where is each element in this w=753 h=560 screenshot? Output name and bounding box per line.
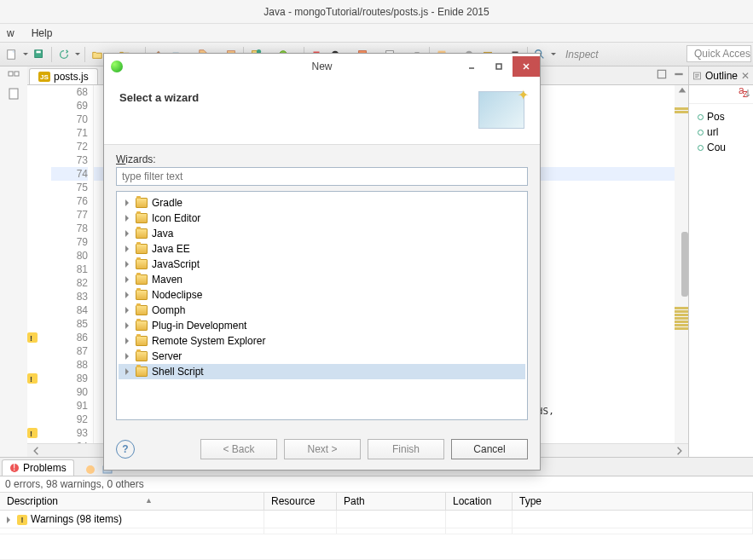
- problems-row-warnings[interactable]: !Warnings (98 items): [0, 511, 753, 528]
- svg-rect-23: [675, 73, 682, 75]
- svg-rect-31: [496, 64, 501, 69]
- refresh-icon[interactable]: [55, 46, 72, 63]
- prev-tab-icon[interactable]: [84, 464, 96, 476]
- folder-icon: [136, 367, 148, 377]
- wizard-tree-item[interactable]: Remote System Explorer: [119, 333, 525, 349]
- folder-icon: [136, 305, 148, 315]
- outline-title: Outline: [705, 70, 738, 82]
- col-resource[interactable]: Resource: [264, 493, 337, 510]
- maximize-view-icon[interactable]: [673, 68, 685, 80]
- dialog-close-button[interactable]: [513, 56, 540, 77]
- wizard-tree-item[interactable]: Java EE: [119, 241, 525, 257]
- dialog-footer: ? < Back Next > Finish Cancel: [104, 429, 540, 470]
- new-dropdown[interactable]: [22, 47, 29, 62]
- wizard-tree-item[interactable]: Nodeclipse: [119, 287, 525, 303]
- svg-text:z: z: [743, 88, 748, 99]
- col-description[interactable]: Description▲: [0, 493, 264, 510]
- outline-item[interactable]: Pos: [692, 109, 750, 124]
- menu-bar: w Help: [0, 24, 753, 43]
- outline-header: Outline ✕: [689, 66, 753, 85]
- package-explorer-icon[interactable]: [7, 70, 20, 84]
- overview-ruler[interactable]: [675, 85, 688, 443]
- wizard-tree-item[interactable]: Maven: [119, 272, 525, 287]
- wizard-tree-item[interactable]: Java: [119, 226, 525, 241]
- new-wizard-dialog: New Select a wizard Wizards: GradleIcon …: [103, 53, 541, 471]
- expand-icon[interactable]: [7, 517, 14, 523]
- problems-summary: 0 errors, 98 warnings, 0 others: [0, 476, 753, 492]
- editor-tab-posts[interactable]: JS posts.js: [29, 68, 98, 84]
- col-path[interactable]: Path: [337, 493, 446, 510]
- wizard-filter-input[interactable]: [116, 167, 528, 186]
- cancel-button[interactable]: Cancel: [451, 439, 528, 459]
- dialog-minimize-button[interactable]: [458, 56, 485, 77]
- finish-button[interactable]: Finish: [368, 439, 444, 459]
- next-button[interactable]: Next >: [284, 439, 361, 459]
- folder-icon: [136, 213, 148, 223]
- outline-panel: Outline ✕ az Pos url Cou: [688, 66, 753, 457]
- folder-icon: [136, 290, 148, 300]
- col-location[interactable]: Location: [446, 493, 513, 510]
- help-button[interactable]: ?: [116, 440, 135, 459]
- wizard-tree-item[interactable]: Shell Script: [119, 364, 525, 379]
- sort-az-icon[interactable]: az: [738, 87, 750, 101]
- editor-tab-label: posts.js: [54, 71, 89, 83]
- method-icon: [698, 114, 704, 120]
- wizard-tree-item[interactable]: Icon Editor: [119, 211, 525, 226]
- folder-icon: [136, 259, 148, 269]
- dialog-header: Select a wizard: [104, 79, 540, 145]
- js-file-icon: JS: [38, 72, 50, 82]
- back-button[interactable]: < Back: [200, 439, 277, 459]
- outline-item[interactable]: Cou: [692, 140, 750, 155]
- wizard-tree-item[interactable]: Gradle: [119, 195, 525, 211]
- wizard-tree-item[interactable]: Server: [119, 349, 525, 364]
- col-type[interactable]: Type: [513, 493, 753, 510]
- problems-table-header: Description▲ Resource Path Location Type: [0, 492, 753, 511]
- problems-panel: ! Problems 0 errors, 98 warnings, 0 othe…: [0, 457, 753, 559]
- wizard-tree-item[interactable]: Oomph: [119, 303, 525, 318]
- refresh-dropdown[interactable]: [74, 47, 81, 62]
- outline-body: Pos url Cou: [689, 104, 753, 160]
- outline-tools: az: [689, 85, 753, 104]
- left-gutter: [0, 66, 27, 457]
- method-icon: [698, 145, 704, 151]
- dialog-title-bar[interactable]: New: [104, 54, 540, 79]
- dialog-app-icon: [111, 61, 123, 72]
- wizard-tree-item[interactable]: Plug-in Development: [119, 318, 525, 333]
- problems-table: Description▲ Resource Path Location Type…: [0, 492, 753, 559]
- wizard-tree[interactable]: GradleIcon EditorJavaJava EEJavaScriptMa…: [116, 191, 528, 420]
- wizards-label: Wizards:: [116, 153, 528, 165]
- folder-icon: [136, 320, 148, 331]
- folder-icon: [136, 336, 148, 346]
- svg-rect-19: [9, 72, 13, 76]
- problems-tab[interactable]: ! Problems: [2, 459, 74, 476]
- dialog-header-title: Select a wizard: [119, 91, 199, 129]
- scroll-right-icon[interactable]: [673, 445, 685, 457]
- outline-close-x[interactable]: ✕: [741, 70, 750, 82]
- menu-item-w[interactable]: w: [3, 26, 18, 41]
- folder-icon: [136, 198, 148, 208]
- method-icon: [698, 130, 704, 136]
- navigator-icon[interactable]: [7, 87, 20, 101]
- window-title-bar: Java - mongoTutorial/routes/posts.js - E…: [0, 0, 753, 24]
- scroll-thumb[interactable]: [681, 232, 688, 297]
- problems-tab-label: Problems: [23, 462, 67, 474]
- line-number-ruler: 6869707172737475767778798081828384858687…: [51, 85, 94, 443]
- scroll-left-icon[interactable]: [31, 445, 43, 457]
- search-dropdown[interactable]: [550, 47, 557, 62]
- svg-rect-2: [37, 50, 41, 53]
- wizard-banner-icon: [478, 91, 524, 129]
- menu-item-help[interactable]: Help: [28, 26, 56, 41]
- minimize-view-icon[interactable]: [656, 68, 668, 80]
- scroll-up-icon[interactable]: [676, 85, 688, 97]
- dialog-maximize-button[interactable]: [485, 56, 513, 77]
- svg-rect-22: [657, 70, 665, 78]
- quick-access[interactable]: Quick Access: [686, 45, 751, 62]
- wizard-tree-item[interactable]: JavaScript: [119, 257, 525, 272]
- warning-icon: !: [17, 515, 27, 525]
- save-all-icon[interactable]: [31, 46, 48, 63]
- outline-icon: [692, 70, 702, 82]
- new-icon[interactable]: [3, 46, 20, 63]
- svg-rect-21: [9, 89, 18, 99]
- svg-point-29: [86, 465, 95, 474]
- outline-item[interactable]: url: [692, 124, 750, 140]
